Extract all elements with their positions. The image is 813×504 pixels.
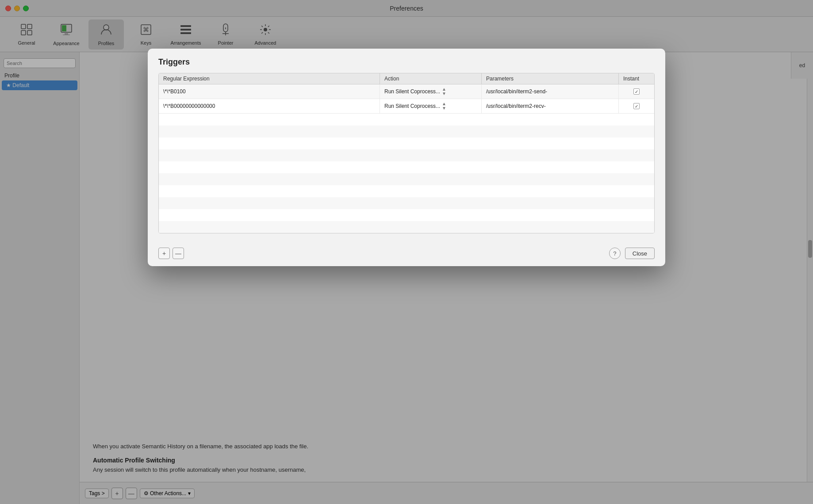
empty-rows	[159, 114, 654, 233]
modal-overlay: Triggers Regular Expression Action Param…	[0, 0, 813, 504]
close-button[interactable]: Close	[625, 248, 655, 259]
table-row[interactable]: \*\*B0100 Run Silent Coprocess... ▲ ▼ /u…	[159, 84, 654, 99]
cell-instant-1[interactable]: ✓	[619, 84, 654, 99]
cell-instant-2[interactable]: ✓	[619, 99, 654, 113]
header-action: Action	[380, 73, 482, 84]
modal-footer-right: ? Close	[609, 248, 655, 259]
modal-footer-left: + —	[158, 248, 184, 259]
modal-title: Triggers	[158, 57, 655, 67]
table-row[interactable]: \*\*B00000000000000 Run Silent Coprocess…	[159, 99, 654, 114]
checkbox-1[interactable]: ✓	[633, 88, 640, 95]
add-trigger-icon: +	[162, 250, 166, 257]
cell-action-1: Run Silent Coprocess... ▲ ▼	[380, 84, 482, 99]
table-header: Regular Expression Action Parameters Ins…	[159, 73, 654, 84]
remove-trigger-icon: —	[175, 250, 181, 257]
header-regex: Regular Expression	[159, 73, 380, 84]
cell-regex-2: \*\*B00000000000000	[159, 99, 380, 113]
cell-params-2: /usr/local/bin/iterm2-recv-	[482, 99, 619, 113]
header-parameters: Parameters	[482, 73, 619, 84]
add-trigger-button[interactable]: +	[158, 248, 170, 259]
checkbox-2[interactable]: ✓	[633, 103, 640, 109]
header-instant: Instant	[619, 73, 654, 84]
triggers-modal: Triggers Regular Expression Action Param…	[148, 49, 665, 266]
cell-params-1: /usr/local/bin/iterm2-send-	[482, 84, 619, 99]
remove-trigger-button[interactable]: —	[173, 248, 184, 259]
help-button[interactable]: ?	[609, 248, 621, 259]
help-icon: ?	[613, 250, 616, 257]
cell-action-2: Run Silent Coprocess... ▲ ▼	[380, 99, 482, 113]
stepper-icon-1[interactable]: ▲ ▼	[442, 87, 446, 96]
modal-footer: + — ? Close	[148, 242, 665, 266]
triggers-table: Regular Expression Action Parameters Ins…	[158, 73, 655, 233]
main-window: Preferences General	[0, 0, 813, 504]
modal-body: Triggers Regular Expression Action Param…	[148, 49, 665, 242]
close-label: Close	[633, 250, 647, 257]
stepper-icon-2[interactable]: ▲ ▼	[442, 102, 446, 111]
cell-regex-1: \*\*B0100	[159, 84, 380, 99]
